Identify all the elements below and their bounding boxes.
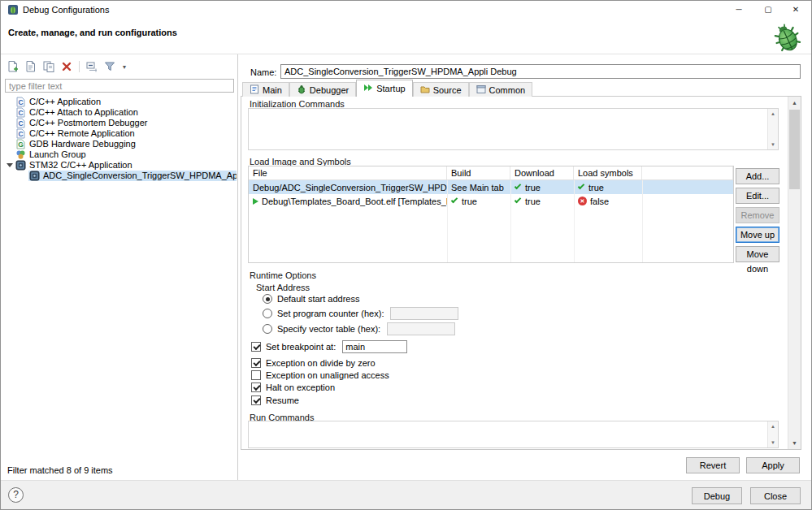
- breakpoint-input[interactable]: [342, 340, 407, 353]
- scroll-up-icon[interactable]: ▲: [788, 97, 801, 109]
- set-breakpoint-checkbox[interactable]: [251, 342, 261, 352]
- launch-group-icon: [15, 149, 26, 160]
- load-image-table: File Build Download Load symbols Debug/A…: [248, 166, 734, 263]
- edit-button[interactable]: Edit...: [736, 188, 779, 204]
- new-configuration-icon[interactable]: [6, 59, 20, 74]
- stm32-config-icon: [29, 171, 40, 181]
- init-commands-textarea[interactable]: ▲ ▼: [248, 108, 779, 150]
- halt-on-exception-checkbox[interactable]: [251, 382, 261, 392]
- main-tab-icon: [250, 84, 259, 96]
- check-icon: [515, 197, 521, 203]
- tab-main[interactable]: Main: [242, 82, 289, 97]
- close-button[interactable]: Close: [750, 487, 801, 504]
- runtime-options-label: Runtime Options: [250, 270, 316, 280]
- revert-button[interactable]: Revert: [686, 457, 740, 473]
- filter-menu-chevron-icon[interactable]: ▾: [120, 63, 128, 71]
- vector-table-radio[interactable]: [263, 324, 272, 334]
- scrollbar-thumb[interactable]: [789, 110, 800, 189]
- duplicate-icon[interactable]: [41, 59, 56, 74]
- table-row-appli-elf[interactable]: Debug/ADC_SingleConversion_TriggerSW_HPD…: [249, 180, 733, 194]
- close-window-button[interactable]: ✕: [782, 1, 810, 19]
- program-counter-field: [390, 307, 458, 320]
- configuration-detail-panel: Name: Main Debugger Startup Source: [238, 54, 811, 480]
- radio-row-vector-table: Specify vector table (hex):: [263, 322, 455, 335]
- move-up-button[interactable]: Move up: [736, 227, 779, 243]
- vector-table-field: [387, 322, 455, 335]
- column-header-download[interactable]: Download: [510, 166, 574, 179]
- window-icon: [7, 4, 19, 17]
- name-input[interactable]: [280, 64, 801, 79]
- tab-debugger[interactable]: Debugger: [289, 82, 356, 97]
- debug-button[interactable]: Debug: [692, 487, 742, 504]
- tree-item-gdb-hardware[interactable]: G GDB Hardware Debugging: [1, 139, 237, 149]
- scroll-up-icon[interactable]: ▲: [768, 421, 778, 431]
- radio-row-default-start: Default start address: [263, 294, 360, 304]
- checkbox-row-halt: Halt on exception: [251, 382, 335, 392]
- play-icon: [253, 198, 258, 205]
- default-start-radio[interactable]: [263, 294, 272, 304]
- tree-item-cpp-postmortem[interactable]: C C/C++ Postmortem Debugger: [1, 118, 237, 128]
- tab-common[interactable]: Common: [469, 82, 533, 97]
- radio-row-program-counter: Set program counter (hex):: [263, 307, 458, 320]
- svg-text:C: C: [18, 98, 23, 106]
- column-header-build[interactable]: Build: [447, 166, 510, 179]
- tree-item-launch-group[interactable]: Launch Group: [1, 149, 237, 160]
- run-commands-textarea[interactable]: ▲ ▼: [248, 421, 779, 448]
- start-address-label: Start Address: [256, 283, 310, 292]
- run-commands-scrollbar[interactable]: ▲ ▼: [767, 421, 778, 447]
- scroll-down-icon[interactable]: ▼: [768, 140, 778, 149]
- common-tab-icon: [476, 84, 486, 96]
- column-header-file[interactable]: File: [249, 166, 447, 179]
- maximize-button[interactable]: ▢: [754, 1, 782, 19]
- tree-item-cpp-remote[interactable]: C C/C++ Remote Application: [1, 128, 237, 139]
- apply-button[interactable]: Apply: [746, 457, 800, 473]
- unaligned-access-checkbox[interactable]: [251, 370, 261, 380]
- stm32-config-icon: [15, 160, 26, 171]
- svg-text:C: C: [18, 130, 23, 138]
- tree-item-stm32-application[interactable]: STM32 C/C++ Application: [1, 160, 237, 171]
- c-application-icon: C: [15, 97, 26, 107]
- add-button[interactable]: Add...: [736, 168, 779, 184]
- c-application-icon: C: [15, 118, 26, 128]
- scroll-down-icon[interactable]: ▼: [768, 438, 778, 447]
- configurations-toolbar: ▾: [6, 58, 128, 75]
- divide-zero-checkbox[interactable]: [251, 358, 261, 368]
- dialog-footer: ? Debug Close: [1, 480, 811, 509]
- delete-icon[interactable]: [59, 59, 74, 74]
- load-image-table-header: File Build Download Load symbols: [249, 166, 733, 180]
- help-button[interactable]: ?: [8, 487, 24, 503]
- content-scrollbar[interactable]: ▲ ▼: [788, 97, 801, 449]
- tab-source[interactable]: Source: [413, 82, 469, 97]
- filter-icon[interactable]: [102, 59, 117, 74]
- new-prototype-icon[interactable]: [24, 59, 38, 74]
- expand-arrow-icon[interactable]: [7, 163, 13, 167]
- svg-text:C: C: [18, 109, 23, 117]
- table-row-boot-elf[interactable]: Debug\Templates_Board_Boot.elf [Template…: [249, 194, 733, 208]
- configuration-tree: C C/C++ Application C C/C++ Attach to Ap…: [1, 97, 237, 460]
- configurations-panel: ▾ C C/C++ Application C C/C++ Attach to …: [1, 54, 238, 480]
- tree-item-adc-debug-config[interactable]: ADC_SingleConversion_TriggerSW_HPDMA_App…: [1, 171, 237, 181]
- resume-checkbox[interactable]: [251, 395, 261, 405]
- scroll-up-icon[interactable]: ▲: [768, 109, 778, 119]
- name-label: Name:: [250, 67, 276, 77]
- program-counter-radio[interactable]: [263, 309, 272, 318]
- svg-text:C: C: [18, 119, 23, 128]
- tab-startup[interactable]: Startup: [356, 80, 412, 97]
- checkbox-row-unaligned: Exception on unaligned access: [251, 370, 389, 380]
- checkbox-row-breakpoint: Set breakpoint at:: [251, 340, 407, 353]
- move-down-button[interactable]: Move down: [736, 246, 779, 262]
- scroll-down-icon[interactable]: ▼: [788, 437, 801, 449]
- check-icon: [515, 183, 521, 189]
- column-header-filler: [642, 166, 733, 179]
- tree-item-cpp-application[interactable]: C C/C++ Application: [1, 97, 237, 107]
- checkbox-row-resume: Resume: [251, 395, 299, 405]
- init-commands-scrollbar[interactable]: ▲ ▼: [767, 109, 778, 149]
- c-application-icon: C: [15, 128, 26, 139]
- filter-input[interactable]: [5, 79, 234, 93]
- debugger-tab-icon: [297, 84, 306, 96]
- column-header-load-symbols[interactable]: Load symbols: [574, 166, 642, 179]
- startup-tab-icon: [363, 83, 373, 94]
- collapse-all-icon[interactable]: [85, 59, 99, 74]
- tree-item-cpp-attach[interactable]: C C/C++ Attach to Application: [1, 107, 237, 118]
- minimize-button[interactable]: ─: [725, 1, 753, 19]
